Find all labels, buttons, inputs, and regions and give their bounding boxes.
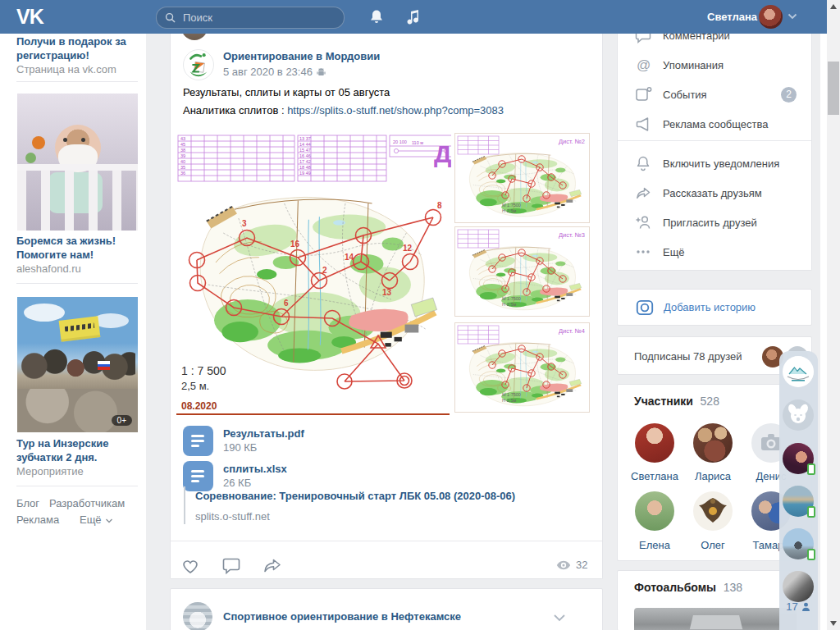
header-user-avatar[interactable] bbox=[759, 5, 783, 29]
document-icon[interactable] bbox=[183, 426, 213, 456]
add-story-button[interactable]: Добавить историю bbox=[617, 289, 812, 326]
albums-title[interactable]: Фотоальбомы bbox=[634, 581, 716, 594]
menu-item-more[interactable]: Ещё bbox=[618, 237, 811, 267]
member-name[interactable]: Лариса bbox=[686, 470, 740, 482]
ad-tour-people bbox=[21, 345, 135, 387]
header-user-name[interactable]: Светлана bbox=[707, 11, 757, 23]
ad-baby-crib-rail bbox=[17, 164, 138, 171]
post-author-link[interactable]: Ориентирование в Мордовии bbox=[223, 50, 380, 62]
notifications-bell-icon[interactable] bbox=[367, 7, 386, 27]
svg-text:38: 38 bbox=[180, 148, 185, 153]
menu-item-mentions[interactable]: @ Упоминания bbox=[618, 50, 811, 80]
orienteering-map-main[interactable]: 43 45 38 39 40 35 36 13 37 14 44 15 47 1… bbox=[175, 133, 451, 416]
member-avatar-svetlana[interactable] bbox=[635, 423, 674, 463]
menu-item-invite-friends[interactable]: Пригласить друзей bbox=[618, 208, 811, 237]
members-count: 528 bbox=[701, 395, 719, 408]
share-arrow-icon bbox=[633, 183, 653, 203]
post-external-link[interactable]: https://splits.o-stuff.net/show.php?comp… bbox=[287, 104, 504, 116]
link-snippet[interactable]: Соревнование: Тренировочный старт ЛБК 05… bbox=[184, 486, 586, 524]
member-name[interactable]: Олег bbox=[686, 539, 740, 551]
svg-text:110 м: 110 м bbox=[412, 140, 423, 145]
map-thumbnail-2[interactable]: Дист. №2 М 1:7500 Н-2,5м bbox=[454, 133, 590, 223]
search-input[interactable] bbox=[181, 11, 324, 25]
svg-text:35: 35 bbox=[180, 165, 185, 170]
vk-page: Получи в подарок за регистрацию! Страниц… bbox=[0, 0, 840, 630]
post-date[interactable]: 5 авг 2020 в 23:46 bbox=[223, 66, 313, 78]
next-post-author-link[interactable]: Спортивное ориентирование в Нефтекамске bbox=[223, 610, 461, 623]
albums-count: 138 bbox=[724, 581, 742, 594]
share-button[interactable] bbox=[261, 554, 284, 577]
previous-post-avatar[interactable] bbox=[181, 34, 208, 40]
thumb-label: Дист. №3 bbox=[559, 231, 585, 239]
post-menu-chevron-icon[interactable] bbox=[553, 614, 566, 622]
ad-title-2[interactable]: Боремся за жизнь! Помогите нам! bbox=[16, 234, 141, 262]
ad-image-tour[interactable]: 0+ bbox=[17, 297, 138, 432]
mention-icon: @ bbox=[633, 55, 653, 75]
user-menu-chevron-icon[interactable] bbox=[788, 13, 797, 20]
album-thumb-lamp bbox=[690, 615, 742, 629]
like-button[interactable] bbox=[179, 554, 202, 577]
search-box[interactable] bbox=[156, 7, 345, 29]
footer-more-chevron-icon[interactable] bbox=[105, 518, 113, 524]
member-avatar-larisa[interactable] bbox=[693, 423, 733, 463]
ads-divider bbox=[16, 81, 138, 82]
members-title[interactable]: Участники bbox=[634, 395, 693, 408]
member-name[interactable]: Елена bbox=[628, 539, 682, 551]
member-name[interactable]: Светлана bbox=[628, 470, 682, 482]
friend-avatar-club-logo[interactable] bbox=[783, 356, 814, 387]
attachment-xlsx-link[interactable]: сплиты.xlsx bbox=[223, 463, 287, 475]
ad-baby-toy-orange bbox=[32, 136, 45, 149]
menu-item-tell-friends[interactable]: Рассказать друзьям bbox=[618, 178, 811, 208]
map-thumbnail-3[interactable]: Дист. №3 М 1:7500 Н-2,5м bbox=[454, 226, 590, 317]
footer-link-more[interactable]: Ещё bbox=[80, 514, 102, 526]
ad-title-3[interactable]: Тур на Инзерские зубчатки 2 дня. bbox=[16, 436, 141, 464]
music-icon[interactable] bbox=[404, 7, 423, 27]
footer-link-ads[interactable]: Реклама bbox=[16, 514, 59, 526]
menu-item-comments[interactable]: Комментарии bbox=[618, 34, 811, 50]
ad-title-1[interactable]: Получи в подарок за регистрацию! bbox=[16, 34, 141, 62]
scroll-up-arrow[interactable] bbox=[830, 4, 837, 9]
mobile-online-badge bbox=[807, 549, 815, 560]
member-avatar-elena[interactable] bbox=[635, 491, 674, 531]
online-count-value: 17 bbox=[786, 600, 797, 613]
scrollbar-thumb[interactable] bbox=[828, 62, 839, 115]
age-badge: 0+ bbox=[112, 415, 132, 426]
group-avatar[interactable] bbox=[183, 602, 212, 630]
menu-item-events[interactable]: События 2 bbox=[618, 80, 811, 109]
window-scrollbar[interactable] bbox=[827, 0, 840, 630]
snippet-domain: splits.o-stuff.net bbox=[195, 510, 270, 523]
ad-image-baby[interactable] bbox=[17, 94, 138, 231]
svg-text:39: 39 bbox=[180, 153, 185, 158]
svg-text:6: 6 bbox=[284, 299, 289, 308]
online-friends-count[interactable]: 17 bbox=[779, 600, 818, 613]
map-letter: Д bbox=[434, 140, 451, 167]
svg-text:16: 16 bbox=[290, 240, 300, 249]
attachment-pdf-link[interactable]: Результаты.pdf bbox=[223, 427, 304, 440]
map-thumbnail-4[interactable]: Дист. №4 М 1:7500 Н-2,5м bbox=[454, 322, 590, 413]
footer-link-developers[interactable]: Разработчикам bbox=[49, 497, 125, 509]
eagle-emblem-icon bbox=[693, 491, 733, 531]
comment-button[interactable] bbox=[220, 554, 243, 577]
friend-avatar[interactable] bbox=[783, 571, 814, 602]
attachment-pdf-size: 190 КБ bbox=[223, 441, 257, 454]
ads-divider-3 bbox=[16, 486, 138, 486]
member-avatar-oleg[interactable] bbox=[693, 491, 733, 531]
friend-avatar-dog-placeholder[interactable] bbox=[783, 399, 814, 431]
scroll-down-arrow[interactable] bbox=[830, 621, 837, 626]
friend-avatar-online[interactable] bbox=[783, 528, 814, 559]
ad-subtitle-1: Страница на vk.com bbox=[16, 63, 139, 75]
svg-text:Н-2,5м: Н-2,5м bbox=[502, 208, 516, 213]
friend-avatar-online[interactable] bbox=[783, 443, 814, 474]
map-attachment[interactable]: 43 45 38 39 40 35 36 13 37 14 44 15 47 1… bbox=[175, 133, 590, 416]
menu-item-community-ads[interactable]: Реклама сообщества bbox=[618, 109, 811, 139]
menu-item-enable-notifications[interactable]: Включить уведомления bbox=[618, 148, 811, 178]
subscribed-label: Подписаны 78 друзей bbox=[634, 350, 742, 363]
svg-text:15 47: 15 47 bbox=[299, 148, 311, 153]
friend-avatar-online[interactable] bbox=[783, 486, 814, 517]
group-avatar[interactable] bbox=[183, 49, 214, 80]
vk-logo[interactable]: VK bbox=[16, 5, 43, 29]
snippet-title[interactable]: Соревнование: Тренировочный старт ЛБК 05… bbox=[195, 490, 515, 502]
footer-link-blog[interactable]: Блог bbox=[16, 497, 39, 509]
album-thumbnail[interactable] bbox=[634, 608, 797, 630]
svg-text:Н-2,5м: Н-2,5м bbox=[502, 302, 516, 307]
